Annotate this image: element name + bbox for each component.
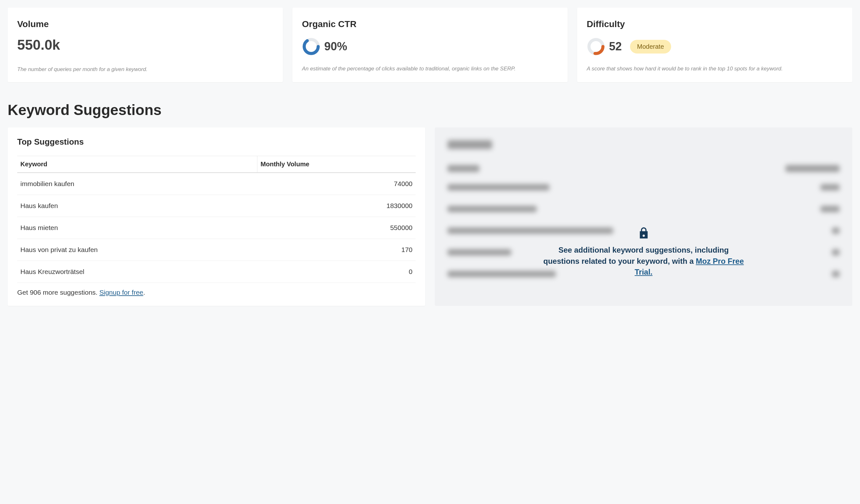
metric-value-row-difficulty: 52 Moderate <box>587 37 843 56</box>
more-suffix: . <box>143 289 145 296</box>
metric-card-ctr: Organic CTR 90% An estimate of the perce… <box>292 8 568 82</box>
top-suggestions-panel: Top Suggestions Keyword Monthly Volume i… <box>8 127 425 306</box>
cell-volume: 170 <box>257 239 416 261</box>
cell-keyword: Haus kaufen <box>17 195 257 217</box>
metric-value-difficulty: 52 <box>609 40 622 53</box>
table-row: Haus kaufen 1830000 <box>17 195 416 217</box>
metric-desc-difficulty: A score that shows how hard it would be … <box>587 65 843 73</box>
more-prefix: Get 906 more suggestions. <box>17 289 99 296</box>
difficulty-badge: Moderate <box>630 40 671 54</box>
metric-desc-volume: The number of queries per month for a gi… <box>17 66 273 73</box>
metric-value-ctr: 90% <box>324 40 347 53</box>
metrics-row: Volume 550.0k The number of queries per … <box>8 8 852 82</box>
metric-card-difficulty: Difficulty 52 Moderate A score that show… <box>577 8 852 82</box>
blurred-preview <box>435 127 852 306</box>
cell-volume: 74000 <box>257 173 416 195</box>
cell-keyword: Haus Kreuzworträtsel <box>17 261 257 283</box>
signup-free-link[interactable]: Signup for free <box>99 289 143 296</box>
metric-value-row-ctr: 90% <box>302 37 558 56</box>
metric-title-volume: Volume <box>17 19 273 29</box>
cell-keyword: immobilien kaufen <box>17 173 257 195</box>
table-row: immobilien kaufen 74000 <box>17 173 416 195</box>
metric-title-difficulty: Difficulty <box>587 19 843 29</box>
metric-card-volume: Volume 550.0k The number of queries per … <box>8 8 283 82</box>
locked-suggestions-panel: See additional keyword suggestions, incl… <box>435 127 852 306</box>
more-suggestions-text: Get 906 more suggestions. Signup for fre… <box>17 289 416 296</box>
difficulty-donut-icon <box>587 37 605 56</box>
section-heading-keyword-suggestions: Keyword Suggestions <box>8 101 852 118</box>
metric-title-ctr: Organic CTR <box>302 19 558 29</box>
table-row: Haus mieten 550000 <box>17 217 416 239</box>
col-header-volume[interactable]: Monthly Volume <box>257 156 416 173</box>
table-row: Haus von privat zu kaufen 170 <box>17 239 416 261</box>
cell-keyword: Haus von privat zu kaufen <box>17 239 257 261</box>
ctr-donut-icon <box>302 37 320 56</box>
cell-keyword: Haus mieten <box>17 217 257 239</box>
suggestions-table: Keyword Monthly Volume immobilien kaufen… <box>17 156 416 283</box>
cell-volume: 1830000 <box>257 195 416 217</box>
cell-volume: 550000 <box>257 217 416 239</box>
cell-volume: 0 <box>257 261 416 283</box>
metric-desc-ctr: An estimate of the percentage of clicks … <box>302 65 558 73</box>
table-row: Haus Kreuzworträtsel 0 <box>17 261 416 283</box>
metric-value-volume: 550.0k <box>17 37 273 53</box>
lock-icon <box>637 226 650 241</box>
col-header-keyword[interactable]: Keyword <box>17 156 257 173</box>
top-suggestions-title: Top Suggestions <box>17 137 416 147</box>
locked-overlay: See additional keyword suggestions, incl… <box>444 226 843 278</box>
panels-row: Top Suggestions Keyword Monthly Volume i… <box>8 127 852 306</box>
locked-message: See additional keyword suggestions, incl… <box>540 245 747 278</box>
